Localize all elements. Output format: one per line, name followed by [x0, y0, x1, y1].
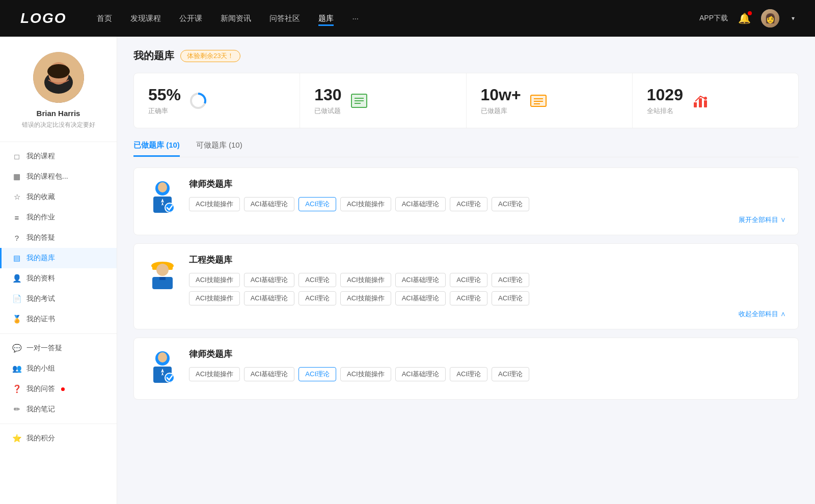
- bank-title-lawyer-2: 律师类题库: [189, 348, 786, 360]
- bank-expand-lawyer-1[interactable]: 展开全部科目 ∨: [189, 215, 786, 225]
- accuracy-chart-icon: [189, 92, 207, 110]
- svg-rect-30: [159, 277, 166, 280]
- sidebar-item-points[interactable]: ⭐ 我的积分: [0, 428, 117, 449]
- questions-dot: [61, 387, 65, 391]
- page-header: 我的题库 体验剩余23天！: [133, 49, 799, 63]
- sidebar-item-label: 我的证书: [26, 315, 55, 324]
- sidebar-item-label: 一对一答疑: [26, 344, 62, 353]
- bank-tags-lawyer-1: ACI技能操作 ACI基础理论 ACI理论 ACI技能操作 ACI基础理论 AC…: [189, 197, 786, 211]
- bank-expand-engineer[interactable]: 收起全部科目 ∧: [189, 310, 786, 319]
- sidebar-item-course[interactable]: □ 我的课程: [0, 146, 117, 166]
- stat-done-banks: 10w+ 已做题库: [467, 73, 633, 128]
- sidebar-avatar: [33, 52, 84, 103]
- bank-tag[interactable]: ACI基础理论: [244, 367, 295, 381]
- bank-tag[interactable]: ACI基础理论: [395, 367, 446, 381]
- nav-item-qa[interactable]: 问答社区: [269, 14, 300, 23]
- sidebar-item-label: 我的小组: [26, 364, 55, 373]
- avatar-illustration: [33, 52, 84, 103]
- bank-tag[interactable]: ACI基础理论: [244, 273, 295, 287]
- star-icon: ☆: [12, 192, 21, 202]
- sidebar-item-homework[interactable]: ≡ 我的作业: [0, 207, 117, 228]
- sidebar-item-label: 我的资料: [26, 274, 55, 283]
- topnav: LOGO 首页 发现课程 公开课 新闻资讯 问答社区 题库 ··· APP下载 …: [0, 0, 815, 37]
- bank-tag[interactable]: ACI技能操作: [340, 273, 391, 287]
- bank-tag[interactable]: ACI基础理论: [244, 197, 295, 211]
- sidebar-item-notes[interactable]: ✏ 我的笔记: [0, 399, 117, 419]
- app-download-link[interactable]: APP下载: [699, 14, 728, 23]
- question-bank-tabs: 已做题库 (10) 可做题库 (10): [133, 141, 799, 157]
- bank-tag[interactable]: ACI理论: [492, 273, 529, 287]
- sidebar-item-course-pack[interactable]: ▦ 我的课程包...: [0, 166, 117, 187]
- tab-done-banks[interactable]: 已做题库 (10): [133, 141, 180, 157]
- sidebar-item-qa[interactable]: ? 我的答疑: [0, 228, 117, 248]
- bank-tag[interactable]: ACI理论: [492, 197, 529, 211]
- user-name: Brian Harris: [37, 109, 80, 118]
- qa-icon: ?: [12, 233, 21, 242]
- profile-icon: 👤: [12, 274, 21, 283]
- bank-tag[interactable]: ACI技能操作: [189, 291, 240, 305]
- bank-tag[interactable]: ACI理论: [298, 273, 336, 287]
- user-profile: Brian Harris 错误的决定比没有决定要好: [0, 37, 117, 137]
- sidebar-item-1on1[interactable]: 💬 一对一答疑: [0, 338, 117, 358]
- nav-item-discover[interactable]: 发现课程: [130, 14, 161, 23]
- nav-item-quiz[interactable]: 题库: [318, 14, 334, 23]
- sidebar-item-label: 我的课程: [26, 152, 55, 161]
- bank-body-lawyer-1: 律师类题库 ACI技能操作 ACI基础理论 ACI理论 ACI技能操作 ACI基…: [189, 178, 786, 225]
- bank-tag[interactable]: ACI基础理论: [244, 291, 295, 305]
- sidebar-item-group[interactable]: 👥 我的小组: [0, 358, 117, 379]
- bank-tag-highlighted[interactable]: ACI理论: [298, 367, 336, 381]
- bank-tag-highlighted[interactable]: ACI理论: [298, 197, 336, 211]
- nav-item-open[interactable]: 公开课: [179, 14, 202, 23]
- sidebar-item-label: 我的笔记: [26, 405, 55, 414]
- exam-icon: 📄: [12, 294, 21, 303]
- logo[interactable]: LOGO: [20, 10, 66, 26]
- sidebar-item-certificate[interactable]: 🏅 我的证书: [0, 309, 117, 329]
- bank-icon-lawyer-2: [146, 348, 179, 389]
- bank-tag[interactable]: ACI理论: [450, 273, 487, 287]
- bank-tag[interactable]: ACI理论: [492, 291, 529, 305]
- notification-bell[interactable]: 🔔: [738, 12, 751, 24]
- bank-tag[interactable]: ACI技能操作: [340, 367, 391, 381]
- rank-icon: [691, 92, 710, 110]
- bank-title-engineer: 工程类题库: [189, 254, 786, 266]
- sidebar-item-profile[interactable]: 👤 我的资料: [0, 268, 117, 289]
- sidebar-item-exam[interactable]: 📄 我的考试: [0, 289, 117, 309]
- stat-done-banks-label: 已做题库: [481, 106, 521, 116]
- user-avatar[interactable]: 👩: [761, 9, 779, 27]
- group-icon: 👥: [12, 364, 21, 373]
- bank-tag[interactable]: ACI基础理论: [395, 197, 446, 211]
- bank-tag[interactable]: ACI理论: [450, 291, 487, 305]
- bank-tag[interactable]: ACI技能操作: [189, 273, 240, 287]
- notes-icon: ✏: [12, 405, 21, 414]
- sidebar-item-questions[interactable]: ❓ 我的问答: [0, 379, 117, 399]
- course-icon: □: [12, 152, 21, 161]
- sidebar: Brian Harris 错误的决定比没有决定要好 □ 我的课程 ▦ 我的课程包…: [0, 37, 117, 504]
- svg-point-28: [156, 264, 169, 276]
- bank-tag[interactable]: ACI技能操作: [340, 197, 391, 211]
- bank-tags-lawyer-2: ACI技能操作 ACI基础理论 ACI理论 ACI技能操作 ACI基础理论 AC…: [189, 367, 786, 381]
- bank-tag[interactable]: ACI理论: [492, 367, 529, 381]
- user-menu-chevron[interactable]: ▾: [792, 15, 795, 22]
- homework-icon: ≡: [12, 213, 21, 222]
- bank-tag[interactable]: ACI理论: [450, 197, 487, 211]
- bank-tag[interactable]: ACI理论: [298, 291, 336, 305]
- nav-item-more[interactable]: ···: [352, 14, 359, 23]
- nav-item-home[interactable]: 首页: [97, 14, 112, 23]
- stat-rank-label: 全站排名: [647, 106, 683, 116]
- bank-tag[interactable]: ACI技能操作: [189, 367, 240, 381]
- tab-available-banks[interactable]: 可做题库 (10): [196, 141, 242, 157]
- sidebar-item-label: 我的问答: [26, 384, 55, 394]
- stats-row: 55% 正确率 130 已做试题: [133, 73, 799, 128]
- sidebar-item-questionbank[interactable]: ▤ 我的题库: [0, 248, 117, 268]
- bank-tag[interactable]: ACI基础理论: [395, 291, 446, 305]
- main-layout: Brian Harris 错误的决定比没有决定要好 □ 我的课程 ▦ 我的课程包…: [0, 37, 815, 504]
- nav-item-news[interactable]: 新闻资讯: [221, 14, 251, 23]
- bank-tags-engineer-row2: ACI技能操作 ACI基础理论 ACI理论 ACI技能操作 ACI基础理论 AC…: [189, 291, 786, 305]
- stat-done-questions-label: 已做试题: [314, 106, 341, 116]
- bank-tag[interactable]: ACI理论: [450, 367, 487, 381]
- bank-tag[interactable]: ACI基础理论: [395, 273, 446, 287]
- sidebar-item-favorites[interactable]: ☆ 我的收藏: [0, 187, 117, 207]
- bank-tag[interactable]: ACI技能操作: [189, 197, 240, 211]
- bank-tag[interactable]: ACI技能操作: [340, 291, 391, 305]
- stat-accuracy: 55% 正确率: [134, 73, 300, 128]
